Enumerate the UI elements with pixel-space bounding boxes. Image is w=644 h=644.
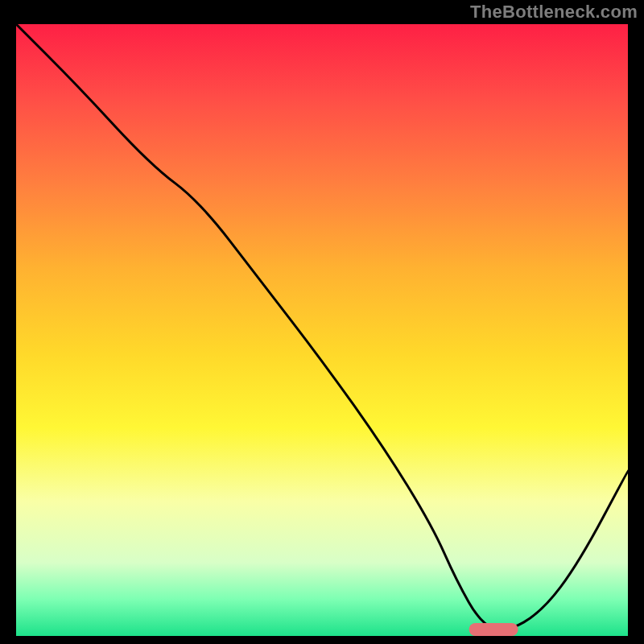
optimal-marker <box>469 623 518 636</box>
chart-frame: TheBottleneck.com <box>0 0 644 644</box>
heat-gradient-rect <box>16 24 628 636</box>
watermark-text: TheBottleneck.com <box>470 2 638 23</box>
plot-area <box>16 24 628 636</box>
plot-svg <box>16 24 628 636</box>
